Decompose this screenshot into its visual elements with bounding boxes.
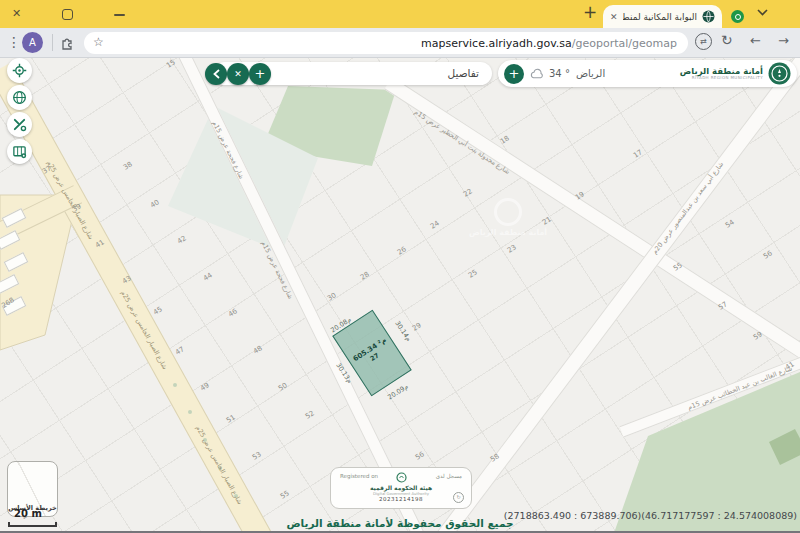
globe-icon — [12, 90, 27, 105]
forward-arrow-icon[interactable]: ← — [750, 33, 761, 48]
browser-window: ✕ + ✕ البوابة المكانية لمنطقة الرياض ⋮ A… — [0, 0, 800, 533]
badge-refresh-icon: ↻ — [453, 492, 464, 503]
tab-title: البوابة المكانية لمنطقة الرياض — [623, 12, 697, 22]
tab-search-chevron-icon[interactable] — [757, 9, 768, 16]
menu-kebab-icon[interactable]: ⋮ — [7, 34, 21, 50]
scale-bar — [8, 522, 57, 527]
add-button[interactable]: + — [504, 64, 524, 84]
window-close-icon[interactable]: ✕ — [12, 7, 21, 21]
extension-status-icon[interactable] — [731, 10, 744, 23]
municipality-branding: أمانة منطقة الرياض RIYADH REGION MUNICIP… — [680, 62, 791, 85]
locate-icon — [12, 63, 27, 78]
bookmark-star-icon[interactable]: ☆ — [93, 35, 104, 49]
toolbar-divider — [52, 34, 53, 51]
municipality-watermark: أمانة منطقة الرياض — [448, 198, 568, 237]
tab-favicon-globe-icon — [702, 10, 715, 23]
info-bar: + 34 ° الرياض أمانة منطقة الرياض RIYADH … — [498, 60, 797, 87]
tools-icon — [12, 117, 27, 132]
locate-button[interactable] — [7, 58, 32, 83]
tab-strip: ✕ + ✕ البوابة المكانية لمنطقة الرياض — [0, 0, 800, 28]
basemap-gallery-button[interactable] — [7, 139, 32, 164]
extensions-puzzle-icon[interactable] — [59, 34, 76, 51]
watermark-emblem-icon — [494, 198, 522, 226]
tab-close-icon[interactable]: ✕ — [610, 12, 618, 22]
window-maximize-icon[interactable] — [62, 9, 73, 20]
map-canvas[interactable]: شارع الصبار الخامس عرض 25مشارع الصبار ال… — [0, 58, 800, 533]
weather-city: الرياض — [576, 68, 605, 79]
add-selection-button[interactable]: + — [249, 63, 271, 85]
registration-number: 20231214198 — [331, 496, 471, 502]
registration-badge: Registered on مسجل لدى هيئة الحكومة الرق… — [330, 467, 472, 509]
profile-avatar[interactable]: A — [22, 32, 43, 53]
browser-toolbar: ⋮ A ☆ mapservice.alriyadh.gov.sa/geoport… — [0, 28, 800, 58]
tree-dot — [188, 410, 192, 414]
dga-logo-icon — [396, 472, 407, 483]
cloud-icon — [530, 68, 545, 79]
clear-selection-button[interactable]: ✕ — [227, 63, 249, 85]
url-text: mapservice.alriyadh.gov.sa/geoportal/geo… — [421, 37, 677, 50]
window-minimize-icon[interactable] — [114, 14, 125, 16]
browser-tab[interactable]: ✕ البوابة المكانية لمنطقة الرياض — [603, 5, 722, 28]
authority-name-ar: هيئة الحكومة الرقمية — [331, 484, 471, 491]
copyright-text: جميع الحقوق محفوظة لأمانة منطقة الرياض — [280, 517, 520, 529]
address-bar[interactable]: ☆ mapservice.alriyadh.gov.sa/geoportal/g… — [84, 32, 688, 54]
details-bar: تفاصيل ✕ + — [213, 62, 492, 85]
weather-temp: 34 ° — [549, 68, 570, 79]
collapse-chevron-button[interactable] — [205, 63, 227, 85]
chevron-left-icon — [213, 69, 220, 79]
scale-text: 20 m — [14, 508, 42, 519]
details-label: تفاصيل — [448, 67, 479, 79]
reload-icon[interactable]: ↻ — [721, 32, 733, 48]
tools-button[interactable] — [7, 112, 32, 137]
globe-button[interactable] — [7, 85, 32, 110]
map-icon — [12, 144, 27, 159]
back-arrow-icon[interactable]: → — [778, 33, 789, 48]
share-switch-icon[interactable]: ⇄ — [695, 33, 712, 50]
municipality-name-en: RIYADH REGION MUNICIPALITY — [680, 76, 763, 80]
municipality-logo-icon — [768, 62, 791, 85]
coordinates-readout: (2718863.490 : 673889.706)(46.717177597 … — [504, 510, 797, 521]
tree-dot — [173, 383, 177, 387]
new-tab-button[interactable]: + — [583, 2, 597, 22]
